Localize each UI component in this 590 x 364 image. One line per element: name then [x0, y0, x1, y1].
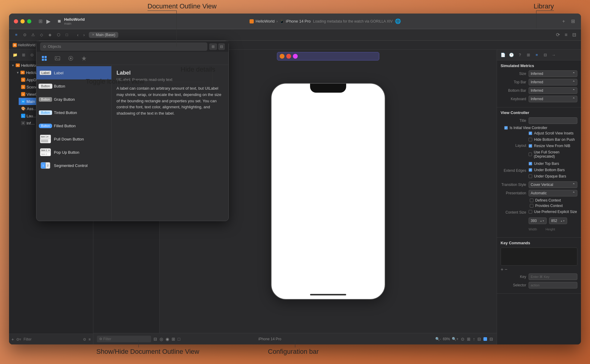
defines-checkbox[interactable]	[530, 199, 533, 202]
layout-check1[interactable]: ✓	[529, 131, 532, 135]
svg-point-7	[70, 57, 72, 59]
close-tab-icon[interactable]: ✕	[92, 33, 95, 37]
list-icon[interactable]: ≡	[88, 337, 91, 341]
folder-icon[interactable]: 📁	[11, 51, 19, 59]
tests-icon[interactable]: ◇	[38, 31, 45, 39]
size-dropdown[interactable]: Inferred ⌃	[529, 70, 577, 77]
close-button[interactable]	[14, 19, 18, 23]
bottom-icon5[interactable]: □	[178, 337, 180, 341]
svg-rect-4	[55, 57, 60, 60]
filter-colors-btn[interactable]	[67, 54, 75, 63]
selector-placeholder: action	[531, 283, 539, 287]
key-input[interactable]: Enter ⌘ Key	[529, 273, 577, 280]
bottom-icon10[interactable]: ⊟	[489, 337, 493, 341]
grid-view-btn[interactable]: ⊞	[209, 43, 217, 50]
layout-button[interactable]: ⊞	[570, 17, 576, 25]
bottom-filter-search[interactable]: ⊙ Filter	[97, 336, 151, 342]
vc-title-input[interactable]	[529, 117, 577, 124]
maximize-button[interactable]	[27, 19, 31, 23]
layout-options: ✓ Adjust Scroll View Insets Hide Bottom …	[529, 131, 577, 160]
lib-item-gray-button[interactable]: Button Gray Button	[36, 93, 111, 106]
bottom-icon7[interactable]: ⊞	[467, 337, 470, 341]
transition-dropdown[interactable]: Cover Vertical ⌃	[529, 181, 577, 188]
split-editor-icon[interactable]: ⊟	[571, 31, 577, 39]
inspector-file-icon[interactable]: 📄	[499, 51, 507, 59]
reports-icon[interactable]: □	[63, 31, 70, 39]
zoom-in-icon[interactable]: 🔍+	[452, 337, 458, 341]
filter-icon[interactable]: ⊙▿	[16, 337, 21, 341]
inspector-connections-icon[interactable]: →	[550, 51, 557, 59]
people-icon[interactable]: ⊙	[28, 51, 36, 59]
search-icon[interactable]: ⊙	[21, 31, 28, 39]
debug-icon[interactable]: ◈	[46, 31, 54, 39]
width-input[interactable]: 393 ▲▼	[529, 217, 547, 224]
stop-button[interactable]: ■	[54, 17, 64, 26]
lib-item-segmented[interactable]: 1 2 Segmented Control	[36, 159, 111, 172]
bottom-icon3[interactable]: ◉	[166, 337, 169, 341]
lib-item-filled-button[interactable]: Button Filled Button	[36, 119, 111, 132]
selector-input[interactable]: action	[529, 282, 577, 288]
library-search[interactable]: ⊙ Objects	[40, 42, 207, 51]
breadcrumb-helloworld1[interactable]: H HelloWorld	[13, 43, 35, 47]
bottom-icon8[interactable]: ↑	[473, 337, 475, 341]
bottom-icon1[interactable]: ⊟	[154, 337, 157, 341]
bottom-icon4[interactable]: ⊞	[172, 337, 175, 341]
sidebar-filter-input[interactable]	[23, 337, 81, 341]
filter-images-btn[interactable]	[53, 54, 62, 63]
sidebar-toggle-icon[interactable]: ⊞	[37, 17, 44, 25]
stepper-width[interactable]: ▲▼	[540, 220, 545, 222]
bottom-icon6[interactable]: ⊙	[461, 337, 464, 341]
layout-check2[interactable]	[529, 138, 532, 141]
subfolder-icon: H	[20, 71, 25, 74]
topbar-dropdown[interactable]: Inferred ⌃	[529, 79, 577, 85]
bottom-icon2[interactable]: ◎	[160, 337, 163, 341]
run-button[interactable]: ▶	[44, 17, 53, 26]
add-key-btn[interactable]: +	[501, 267, 503, 272]
images-filter-icon	[54, 55, 61, 61]
iphone-home-indicator	[310, 294, 346, 295]
add-button[interactable]: +	[561, 17, 566, 25]
use-preferred-checkbox[interactable]	[529, 210, 532, 214]
filter-custom-btn[interactable]	[80, 54, 88, 63]
inspector-size-icon[interactable]: ⊟	[542, 51, 549, 59]
layout-check4[interactable]	[529, 153, 532, 156]
height-input[interactable]: 852 ▲▼	[549, 217, 567, 224]
bookmark-icon[interactable]: ⊞	[20, 51, 27, 59]
back-button[interactable]: ‹	[75, 31, 80, 39]
bottombar-dropdown[interactable]: Inferred ⌃	[529, 87, 577, 94]
lib-item-pulldown-button[interactable]: Item 1 ▾ Pull Down Button	[36, 132, 111, 146]
issues-icon[interactable]: ⚠	[30, 31, 37, 39]
main-tab[interactable]: ✕ Main (Base)	[89, 32, 118, 38]
segmented-name: Segmented Control	[54, 163, 88, 168]
layout-check3[interactable]: ✓	[529, 144, 532, 148]
remove-key-btn[interactable]: −	[505, 267, 507, 272]
provides-checkbox[interactable]	[530, 204, 533, 208]
sort-icon[interactable]: ⊙	[83, 337, 86, 341]
is-initial-checkbox[interactable]: ✓	[504, 126, 508, 130]
keyboard-dropdown[interactable]: Inferred ⌃	[529, 96, 577, 102]
editor-toolbar: ≡ ⊙ ⚠ ◇ ◈ ⬡ □ ‹ › ✕ Main (Base) ⟳ ≡ ⊟	[9, 29, 581, 41]
vc-section: View Controller Title ✓ Is Initial View …	[497, 107, 581, 238]
extend-check1[interactable]: ✓	[529, 162, 532, 165]
presentation-dropdown[interactable]: Automatic ⌃	[529, 190, 577, 196]
add-file-icon[interactable]: +	[11, 337, 14, 342]
bottom-icon9[interactable]: ⊟	[477, 337, 481, 341]
inspector-attributes-icon[interactable]: ⊞	[525, 51, 532, 59]
file-navigator-icon[interactable]: ≡	[13, 31, 20, 39]
inspector-identity-icon[interactable]: ≡	[533, 51, 540, 59]
lines-icon[interactable]: ≡	[564, 31, 569, 39]
zoom-out-icon[interactable]: 🔍-	[435, 337, 441, 341]
lib-item-tinted-button[interactable]: Button Tinted Button	[36, 106, 111, 119]
filter-objects-btn[interactable]	[40, 54, 48, 63]
breakpoints-icon[interactable]: ⬡	[55, 31, 62, 39]
extend-check2[interactable]: ✓	[529, 168, 532, 172]
inspector-help-icon[interactable]: ?	[516, 51, 523, 59]
minimize-button[interactable]	[20, 19, 25, 23]
extend-check3[interactable]	[529, 174, 532, 178]
lib-item-popup-button[interactable]: Item 1▾ Item 2 Pop Up Button	[36, 146, 111, 159]
refresh-icon[interactable]: ⟳	[555, 31, 561, 39]
forward-button[interactable]: ›	[82, 31, 87, 39]
hide-details-btn[interactable]: ⊟	[218, 43, 225, 50]
stepper-height[interactable]: ▲▼	[560, 220, 565, 222]
inspector-history-icon[interactable]: 🕐	[508, 51, 515, 59]
